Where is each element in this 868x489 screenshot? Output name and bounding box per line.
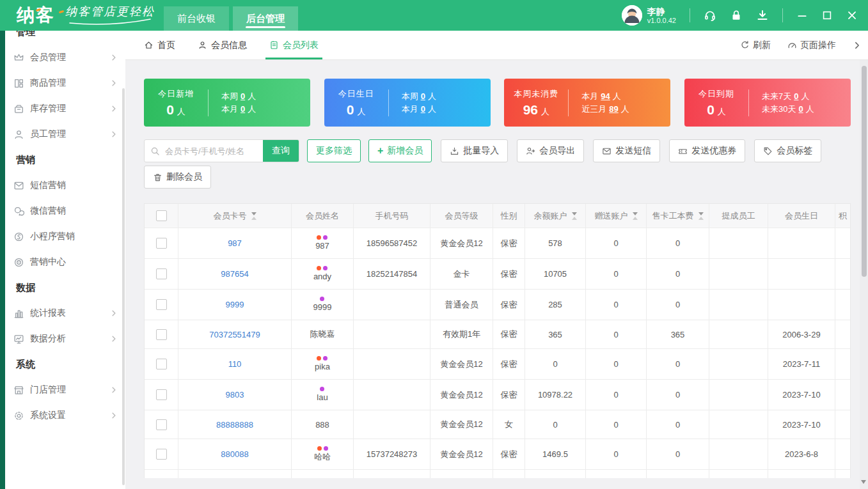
header-cell-gift: 赠送账户	[586, 204, 647, 228]
member-card-link[interactable]: 70372551479	[209, 330, 260, 339]
cell-gift: 0	[586, 320, 647, 349]
stat-sub-label: 本月	[402, 104, 418, 114]
nav-tab-front-cashier[interactable]: 前台收银	[164, 6, 229, 31]
cell-balance: 1469.5	[525, 439, 586, 470]
member-card-link[interactable]: 987	[228, 238, 242, 248]
sidebar-item-marketing-center[interactable]: 营销中心	[5, 249, 125, 275]
table-row: 70372551479陈晓嘉有效期1年保密36503652006-3-29	[145, 320, 851, 349]
sidebar-scrollbar[interactable]	[122, 88, 125, 485]
stat-sub-number[interactable]: 0	[794, 91, 798, 101]
sidebar-item-miniprogram-marketing[interactable]: 小程序营销	[5, 224, 125, 249]
cell-birthday	[768, 470, 835, 478]
download-icon[interactable]	[756, 9, 769, 22]
stat-sub-number[interactable]: 0	[798, 104, 803, 114]
refresh-button[interactable]: 刷新	[740, 40, 771, 51]
row-checkbox[interactable]	[156, 238, 167, 249]
sidebar-item-inventory-management[interactable]: 库存管理	[5, 96, 125, 121]
row-checkbox[interactable]	[156, 268, 167, 279]
sidebar-item-sms-marketing[interactable]: 短信营销	[5, 173, 125, 198]
member-search-input[interactable]	[160, 140, 263, 162]
chevron-right-icon[interactable]	[853, 41, 862, 50]
lock-icon[interactable]	[730, 9, 743, 22]
maximize-icon[interactable]	[821, 10, 833, 21]
column-label: 提成员工	[722, 210, 755, 222]
sidebar-section-data: 数据	[5, 275, 125, 300]
member-card-link[interactable]: 110	[228, 359, 242, 369]
stat-sub-number[interactable]: 0	[421, 91, 425, 101]
sidebar-item-member-management[interactable]: 会员管理	[5, 45, 125, 70]
stat-card-unit: 人	[541, 107, 549, 116]
tag-dot	[323, 356, 327, 361]
top-bar: 纳客 纳客管店更轻松 前台收银 后台管理 李静 v1.0.0.42	[0, 0, 868, 31]
cell-staff	[709, 410, 768, 439]
cell-staff	[709, 439, 768, 470]
member-card-link[interactable]: 9803	[226, 390, 244, 400]
customer-service-icon[interactable]	[704, 9, 716, 22]
row-checkbox[interactable]	[156, 329, 167, 340]
send-coupon-button[interactable]: 发送优惠券	[669, 139, 745, 162]
toolbar-row-1: 查询 更多筛选 + 新增会员 批量导入 会员导出 发送短信	[144, 139, 851, 162]
row-checkbox[interactable]	[156, 359, 167, 369]
logo-tagline: 纳客管店更轻松	[65, 6, 155, 25]
search-button[interactable]: 查询	[263, 140, 299, 162]
row-checkbox[interactable]	[156, 299, 167, 310]
row-checkbox[interactable]	[156, 389, 167, 400]
sort-icon[interactable]	[251, 212, 256, 220]
sidebar-item-label: 微信营销	[30, 205, 66, 217]
wechat-icon	[13, 206, 24, 217]
header-cell-balance: 余额账户	[525, 204, 586, 228]
main-scrollbar-thumb[interactable]	[862, 66, 867, 277]
member-tag-button[interactable]: 会员标签	[754, 139, 821, 162]
row-checkbox[interactable]	[156, 419, 167, 430]
logo-accent	[59, 10, 65, 13]
sort-icon[interactable]	[633, 212, 638, 220]
stat-card-sub-row: 未来7天0人	[762, 90, 851, 103]
sidebar-item-stats-report[interactable]: 统计报表	[5, 300, 125, 326]
sidebar-item-label: 数据分析	[30, 333, 66, 345]
member-card-link[interactable]: 987654	[221, 269, 248, 279]
add-member-button[interactable]: + 新增会员	[368, 139, 432, 162]
sidebar-item-data-analysis[interactable]: 数据分析	[5, 326, 125, 352]
app-version: v1.0.0.42	[647, 17, 676, 25]
cell-gift: 0	[586, 380, 647, 410]
stat-sub-number[interactable]: 89	[609, 104, 618, 114]
cell-birthday: 2006-3-29	[768, 320, 835, 349]
delete-member-button[interactable]: 删除会员	[144, 166, 211, 189]
sort-icon[interactable]	[572, 212, 577, 220]
nav-tab-backend-admin[interactable]: 后台管理	[233, 6, 298, 31]
cell-balance: 285	[525, 290, 586, 320]
close-icon[interactable]	[846, 10, 858, 21]
tab-member-info[interactable]: 会员信息	[198, 31, 247, 59]
row-checkbox[interactable]	[156, 449, 167, 460]
sidebar-item-system-settings[interactable]: 系统设置	[5, 403, 125, 428]
sidebar-item-goods-management[interactable]: 商品管理	[5, 70, 125, 96]
member-card-link[interactable]: 880088	[221, 449, 248, 459]
tab-member-list[interactable]: 会员列表	[269, 31, 319, 59]
stat-sub-number[interactable]: 0	[241, 91, 245, 101]
stat-sub-number[interactable]: 0	[421, 104, 425, 114]
member-card-link[interactable]: 9999	[226, 300, 244, 309]
user-chip[interactable]: 李静 v1.0.0.42	[622, 5, 676, 26]
sidebar-item-wechat-marketing[interactable]: 微信营销	[5, 198, 125, 224]
stat-sub-number[interactable]: 0	[241, 104, 245, 114]
sidebar-item-label: 小程序营销	[30, 231, 75, 242]
page-actions-button[interactable]: 页面操作	[787, 40, 836, 51]
sidebar-item-staff-management[interactable]: 员工管理	[5, 121, 125, 147]
batch-import-button[interactable]: 批量导入	[441, 139, 508, 162]
cell-gift: 0	[586, 439, 647, 470]
stat-sub-number[interactable]: 94	[601, 91, 610, 101]
stat-card-value: 96人	[504, 102, 568, 118]
more-filter-button[interactable]: 更多筛选	[307, 139, 361, 162]
sidebar-item-store-management[interactable]: 门店管理	[5, 377, 125, 403]
member-export-button[interactable]: 会员导出	[517, 139, 584, 162]
send-sms-button[interactable]: 发送短信	[593, 139, 660, 162]
minimize-icon[interactable]	[796, 10, 808, 21]
member-card-link[interactable]: 88888888	[216, 420, 253, 430]
select-all-checkbox[interactable]	[156, 210, 167, 221]
sort-icon[interactable]	[698, 212, 704, 220]
tab-home[interactable]: 首页	[144, 31, 175, 59]
cell-balance: 578	[525, 228, 586, 259]
stat-card-sub: 本月94人近三月89人	[569, 90, 670, 116]
member-name: 陈晓嘉	[292, 320, 354, 349]
scroll-down-arrow-icon[interactable]	[861, 480, 866, 484]
